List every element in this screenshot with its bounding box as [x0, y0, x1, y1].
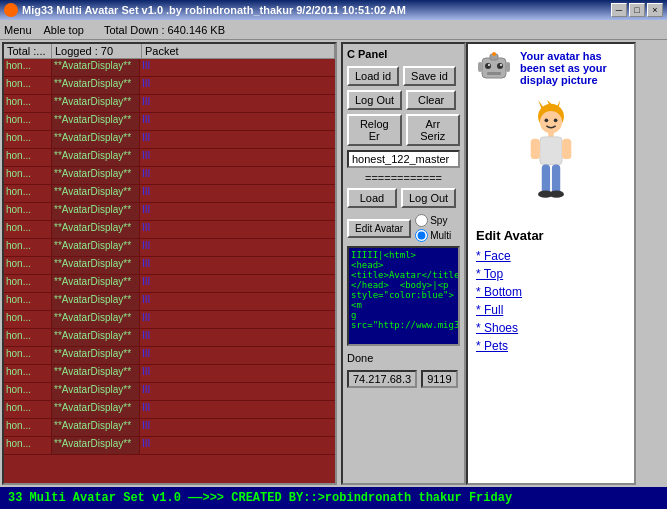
header-packet: Packet: [142, 44, 335, 58]
log-out-2-button[interactable]: Log Out: [401, 188, 456, 208]
cell-total: hon...: [4, 419, 52, 436]
svg-point-14: [540, 111, 562, 133]
html-preview[interactable]: IIIII|<html> <head> <title>Avatar</title…: [347, 246, 460, 346]
cell-total: hon...: [4, 257, 52, 274]
cell-total: hon...: [4, 131, 52, 148]
cell-name: **AvatarDisplay**: [52, 437, 140, 454]
svg-rect-18: [540, 137, 562, 165]
avatar-message: Your avatar has been set as your display…: [520, 50, 628, 86]
total-down-label: Total Down : 640.146 KB: [104, 24, 225, 36]
cell-packet: III: [140, 347, 335, 364]
minimize-button[interactable]: ─: [611, 3, 627, 17]
cell-name: **AvatarDisplay**: [52, 185, 140, 202]
face-link[interactable]: * Face: [476, 249, 626, 263]
multi-radio[interactable]: [415, 229, 428, 242]
cell-packet: III: [140, 95, 335, 112]
cell-name: **AvatarDisplay**: [52, 167, 140, 184]
cell-packet: III: [140, 239, 335, 256]
avatar-figure: [468, 96, 634, 224]
menu-menu[interactable]: Menu: [4, 24, 32, 36]
btn-row-1: Load id Save id: [347, 66, 460, 86]
cell-name: **AvatarDisplay**: [52, 221, 140, 238]
title-bar: Mig33 Multi Avatar Set v1.0 .by robindro…: [0, 0, 667, 20]
edit-avatar-section: Edit Avatar * Face * Top * Bottom * Full…: [468, 224, 634, 361]
cell-packet: III: [140, 365, 335, 382]
load-button[interactable]: Load: [347, 188, 397, 208]
table-row[interactable]: hon... **AvatarDisplay** III: [4, 185, 335, 203]
cell-total: hon...: [4, 149, 52, 166]
cell-name: **AvatarDisplay**: [52, 239, 140, 256]
table-row[interactable]: hon... **AvatarDisplay** III: [4, 167, 335, 185]
table-row[interactable]: hon... **AvatarDisplay** III: [4, 401, 335, 419]
cell-packet: III: [140, 221, 335, 238]
table-row[interactable]: hon... **AvatarDisplay** III: [4, 293, 335, 311]
cell-name: **AvatarDisplay**: [52, 329, 140, 346]
shoes-link[interactable]: * Shoes: [476, 321, 626, 335]
cell-total: hon...: [4, 365, 52, 382]
table-row[interactable]: hon... **AvatarDisplay** III: [4, 347, 335, 365]
multi-radio-label[interactable]: Multi: [415, 229, 451, 242]
table-row[interactable]: hon... **AvatarDisplay** III: [4, 95, 335, 113]
cell-total: hon...: [4, 203, 52, 220]
clear-button[interactable]: Clear: [406, 90, 456, 110]
edit-avatar-button[interactable]: Edit Avatar: [347, 219, 411, 238]
table-row[interactable]: hon... **AvatarDisplay** III: [4, 113, 335, 131]
cell-total: hon...: [4, 293, 52, 310]
load-id-button[interactable]: Load id: [347, 66, 399, 86]
c-panel-title: C Panel: [347, 48, 460, 60]
table-row[interactable]: hon... **AvatarDisplay** III: [4, 437, 335, 455]
svg-rect-9: [506, 62, 510, 72]
cell-name: **AvatarDisplay**: [52, 347, 140, 364]
pets-link[interactable]: * Pets: [476, 339, 626, 353]
bottom-link[interactable]: * Bottom: [476, 285, 626, 299]
table-row[interactable]: hon... **AvatarDisplay** III: [4, 419, 335, 437]
table-row[interactable]: hon... **AvatarDisplay** III: [4, 329, 335, 347]
cell-packet: III: [140, 383, 335, 400]
save-id-button[interactable]: Save id: [403, 66, 456, 86]
arr-seriz-button[interactable]: Arr Seriz: [406, 114, 461, 146]
table-row[interactable]: hon... **AvatarDisplay** III: [4, 257, 335, 275]
cell-name: **AvatarDisplay**: [52, 293, 140, 310]
table-row[interactable]: hon... **AvatarDisplay** III: [4, 131, 335, 149]
cell-packet: III: [140, 131, 335, 148]
table-row[interactable]: hon... **AvatarDisplay** III: [4, 203, 335, 221]
cell-packet: III: [140, 401, 335, 418]
svg-rect-17: [548, 131, 554, 137]
maximize-button[interactable]: □: [629, 3, 645, 17]
table-row[interactable]: hon... **AvatarDisplay** III: [4, 221, 335, 239]
cell-total: hon...: [4, 77, 52, 94]
spy-radio[interactable]: [415, 214, 428, 227]
cell-name: **AvatarDisplay**: [52, 131, 140, 148]
table-row[interactable]: hon... **AvatarDisplay** III: [4, 365, 335, 383]
status-bar-bottom: Done: [347, 352, 460, 364]
log-header: Total :... Logged : 70 Packet: [4, 44, 335, 59]
table-row[interactable]: hon... **AvatarDisplay** III: [4, 275, 335, 293]
cell-total: hon...: [4, 221, 52, 238]
close-button[interactable]: ×: [647, 3, 663, 17]
table-row[interactable]: hon... **AvatarDisplay** III: [4, 77, 335, 95]
window-title: Mig33 Multi Avatar Set v1.0 .by robindro…: [22, 4, 406, 16]
username-input[interactable]: honest_122_master: [347, 150, 460, 168]
header-total: Total :...: [4, 44, 52, 58]
cell-name: **AvatarDisplay**: [52, 311, 140, 328]
top-link[interactable]: * Top: [476, 267, 626, 281]
full-link[interactable]: * Full: [476, 303, 626, 317]
log-body[interactable]: hon... **AvatarDisplay** III hon... **Av…: [4, 59, 335, 483]
table-row[interactable]: hon... **AvatarDisplay** III: [4, 383, 335, 401]
spy-radio-label[interactable]: Spy: [415, 214, 451, 227]
table-row[interactable]: hon... **AvatarDisplay** III: [4, 311, 335, 329]
cell-name: **AvatarDisplay**: [52, 203, 140, 220]
cell-name: **AvatarDisplay**: [52, 365, 140, 382]
log-out-button[interactable]: Log Out: [347, 90, 402, 110]
table-row[interactable]: hon... **AvatarDisplay** III: [4, 239, 335, 257]
relog-er-button[interactable]: Relog Er: [347, 114, 402, 146]
cell-name: **AvatarDisplay**: [52, 113, 140, 130]
menu-able-top[interactable]: Able top: [44, 24, 84, 36]
table-row[interactable]: hon... **AvatarDisplay** III: [4, 149, 335, 167]
table-row[interactable]: hon... **AvatarDisplay** III: [4, 59, 335, 77]
btn-row-4: Load Log Out: [347, 188, 460, 208]
cell-total: hon...: [4, 329, 52, 346]
cell-packet: III: [140, 77, 335, 94]
avatar-header: Your avatar has been set as your display…: [468, 44, 634, 96]
log-panel: Total :... Logged : 70 Packet hon... **A…: [2, 42, 337, 485]
